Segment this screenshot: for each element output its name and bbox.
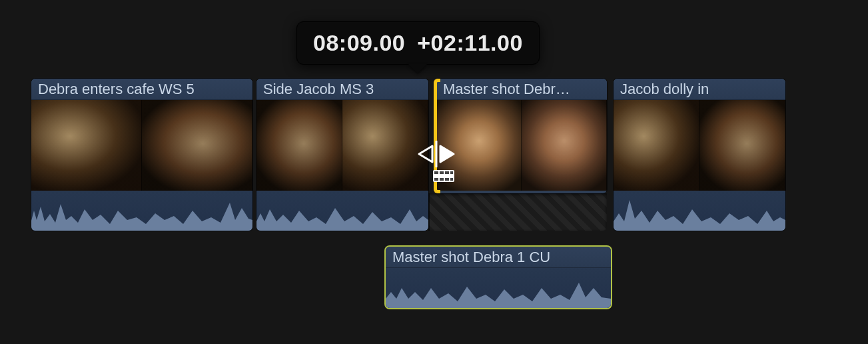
timecode-delta: +02:11.00 <box>417 30 523 56</box>
thumbnail-frame <box>142 100 252 191</box>
waveform-icon <box>386 268 611 308</box>
tooltip-arrow-icon <box>408 64 427 73</box>
thumbnail-frame <box>342 100 428 191</box>
timecode-tooltip: 08:09.00 +02:11.00 <box>296 21 540 65</box>
waveform-icon <box>256 191 428 231</box>
clip-title: Master shot Debra 1 CU <box>386 247 611 268</box>
clip-audio-waveform <box>31 191 252 231</box>
clip-title: Debra enters cafe WS 5 <box>31 79 252 100</box>
timecode-current: 08:09.00 <box>313 30 405 56</box>
thumbnail-frame <box>614 100 699 191</box>
thumbnail-frame <box>31 100 142 191</box>
timeline-clip[interactable]: Side Jacob MS 3 <box>256 79 428 231</box>
connected-audio-clip[interactable]: Master shot Debra 1 CU <box>386 247 611 308</box>
clip-thumbnails <box>31 100 252 191</box>
waveform-icon <box>31 191 252 231</box>
thumbnail-frame <box>699 100 785 191</box>
clip-audio-waveform <box>614 191 785 231</box>
clip-title: Jacob dolly in <box>614 79 785 100</box>
thumbnail-frame <box>522 100 607 191</box>
clip-thumbnails <box>614 100 785 191</box>
timeline-gap-separator <box>428 193 430 231</box>
timeline-clip[interactable]: Jacob dolly in <box>614 79 785 231</box>
clip-audio-waveform <box>256 191 428 231</box>
clip-thumbnails <box>436 100 607 191</box>
clip-title: Side Jacob MS 3 <box>256 79 428 100</box>
thumbnail-frame <box>436 100 522 191</box>
waveform-icon <box>614 191 785 231</box>
clip-audio-waveform <box>386 268 611 308</box>
thumbnail-frame <box>256 100 342 191</box>
timeline-clip[interactable]: Master shot Debr… <box>436 79 607 193</box>
clip-title: Master shot Debr… <box>436 79 607 100</box>
timeline-clip[interactable]: Debra enters cafe WS 5 <box>31 79 252 231</box>
timeline-stage: 08:09.00 +02:11.00 Debra enters cafe WS … <box>0 0 868 344</box>
clip-thumbnails <box>256 100 428 191</box>
